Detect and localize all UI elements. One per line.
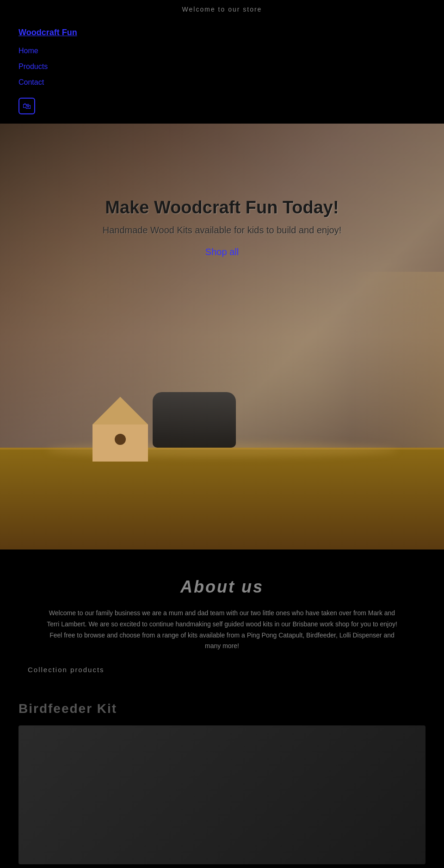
- product-card-0: Birdfeeder Kit $18.85 AUD: [18, 725, 426, 868]
- cart-button[interactable]: 🛍: [18, 98, 35, 114]
- products-section: Birdfeeder Kit Birdfeeder Kit $18.85 AUD…: [0, 692, 444, 868]
- header: Woodcraft Fun Home Products Contact 🛍: [0, 19, 444, 124]
- hero-title: Make Woodcraft Fun Today!: [18, 198, 426, 218]
- main-nav: Home Products Contact: [18, 45, 426, 88]
- nav-products[interactable]: Products: [18, 61, 426, 73]
- hero-subtitle: Handmade Wood Kits available for kids to…: [18, 225, 426, 236]
- about-title: About us: [28, 577, 416, 597]
- product-image-0[interactable]: [18, 725, 426, 864]
- announcement-text: Welcome to our store: [182, 6, 262, 13]
- hero-content: Make Woodcraft Fun Today! Handmade Wood …: [0, 198, 444, 257]
- nav-home[interactable]: Home: [18, 45, 426, 57]
- hero-section: Make Woodcraft Fun Today! Handmade Wood …: [0, 124, 444, 550]
- birdhouse-roof: [92, 397, 148, 425]
- brand-logo[interactable]: Woodcraft Fun: [18, 28, 426, 37]
- about-body: Welcome to our family business we are a …: [46, 608, 398, 652]
- birdhouse-decoration: [92, 397, 148, 457]
- birdhouse-body: [92, 425, 148, 462]
- cart-wrapper: 🛍: [18, 98, 426, 114]
- workshop-scene: [0, 272, 444, 550]
- about-section: About us Welcome to our family business …: [0, 550, 444, 692]
- shop-all-link[interactable]: Shop all: [205, 247, 239, 257]
- workbench: [0, 448, 444, 550]
- cart-icon-symbol: 🛍: [23, 101, 31, 111]
- products-header: Birdfeeder Kit: [18, 701, 426, 716]
- drill-tool-decoration: [153, 392, 236, 448]
- announcement-bar: Welcome to our store: [0, 0, 444, 19]
- nav-contact[interactable]: Contact: [18, 76, 426, 88]
- product-0-name-header: Birdfeeder Kit: [18, 701, 117, 716]
- collection-products-label: Collection products: [28, 666, 416, 674]
- birdhouse-hole: [115, 434, 126, 445]
